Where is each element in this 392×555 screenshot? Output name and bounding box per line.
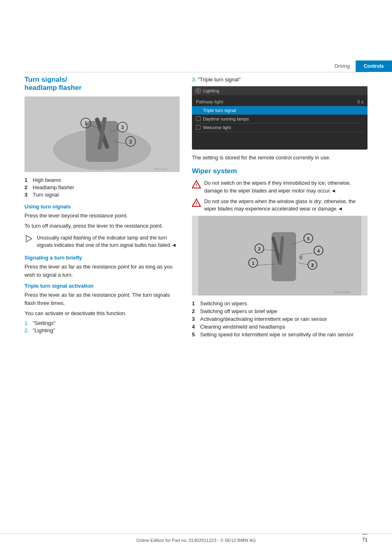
- screen-icon: [195, 88, 201, 94]
- item-num: 3: [192, 316, 198, 322]
- pathway-value: 0 s: [357, 99, 363, 104]
- wiper-warning1-box: ! Do not switch on the wipers if they im…: [192, 179, 368, 194]
- item-label: High beams: [33, 177, 61, 183]
- wiper-list-item: 2 Switching off wipers or brief wipe: [192, 308, 368, 314]
- svg-text:!: !: [196, 201, 197, 206]
- right-column: 3. "Triple turn signal" Lighting: [192, 76, 368, 522]
- step3-label: "Triple turn signal": [198, 76, 241, 83]
- daytime-running-row: Daytime running lamps: [196, 115, 363, 123]
- svg-text:|||: |||: [299, 255, 303, 260]
- svg-text:!: !: [196, 183, 197, 188]
- welcome-light-row: Welcome light: [196, 123, 363, 132]
- wiper-title: Wiper system: [192, 167, 368, 175]
- item-label: Switching on wipers: [200, 300, 247, 307]
- svg-point-16: [197, 90, 199, 92]
- svg-marker-15: [26, 235, 32, 242]
- controls-text: Controls: [364, 63, 384, 69]
- turn-signals-title: Turn signals/ headlamp flasher: [24, 76, 180, 92]
- svg-text:5: 5: [307, 236, 310, 241]
- signaling-briefly-para: Press the lever as far as the resistance…: [24, 263, 180, 279]
- step-label: "Settings": [33, 320, 56, 326]
- using-para2: To turn off manually, press the lever to…: [24, 222, 180, 230]
- signaling-briefly-title: Signaling a turn briefly: [24, 255, 180, 261]
- item-num: 5: [192, 331, 198, 338]
- list-item: 2 Headlamp flasher: [24, 184, 180, 190]
- footer-text: Online Edition for Part no. 01402911223 …: [136, 538, 256, 543]
- svg-text:P90xG33891: P90xG33891: [334, 291, 351, 294]
- title-line1: Turn signals/: [24, 76, 67, 83]
- wiper-warning1-text: Do not switch on the wipers if they immo…: [204, 179, 368, 194]
- item-label: Switching off wipers or brief wipe: [200, 308, 277, 314]
- using-turn-signals-title: Using turn signals: [24, 204, 180, 210]
- step-label: "Lighting": [33, 327, 55, 333]
- turn-signal-note-box: Unusually rapid flashing of the indicato…: [24, 233, 180, 251]
- item-num: 2: [24, 184, 30, 190]
- item-num: 3: [24, 192, 30, 198]
- item-label: Setting speed for intermittent wipe or s…: [200, 331, 354, 338]
- screen-title: Lighting: [203, 88, 219, 93]
- screen-header: Lighting: [192, 86, 368, 95]
- wiper-list-item: 5 Setting speed for intermittent wipe or…: [192, 331, 368, 338]
- svg-text:2: 2: [258, 246, 261, 251]
- title-line2: headlamp flasher: [24, 84, 82, 92]
- list-item: 2. "Lighting": [24, 327, 180, 333]
- list-item: 3 Turn signal: [24, 192, 180, 198]
- item-label: Cleaning windshield and headlamps: [200, 324, 285, 330]
- header-rule: [24, 72, 368, 72]
- triple-signal-label: Triple turn signal: [203, 108, 236, 113]
- item-label: Turn signal: [33, 192, 59, 198]
- wiper-warning2-box: ! Do not use the wipers when the window …: [192, 198, 368, 213]
- svg-text:2: 2: [129, 139, 132, 145]
- svg-text:4: 4: [317, 248, 320, 253]
- item-num: 2: [192, 308, 198, 314]
- screen-note: The setting is stored for the remote con…: [192, 154, 368, 162]
- welcome-light-label: Welcome light: [203, 125, 231, 130]
- main-content: Turn signals/ headlamp flasher 3 2 1: [24, 76, 368, 522]
- item-num: 1: [24, 177, 30, 183]
- svg-text:1: 1: [252, 261, 254, 266]
- play-icon: [24, 234, 33, 243]
- step-num: 1.: [24, 320, 31, 326]
- page-number: 71: [362, 534, 368, 543]
- triple-para1: Press the lever as far as the resistance…: [24, 291, 180, 307]
- step-num: 2.: [24, 327, 31, 333]
- header-controls-label: Controls: [356, 60, 392, 72]
- header-driving-label: Driving: [329, 60, 355, 72]
- list-item: 1. "Settings": [24, 320, 180, 326]
- lighting-screen: Lighting Pathway light: 0 s Triple turn …: [192, 86, 368, 150]
- driving-text: Driving: [334, 63, 350, 69]
- wiper-list-item: 3 Activating/deactivating intermittent w…: [192, 316, 368, 322]
- car-lever-image: 3 2 1 P96xG301: [24, 96, 180, 172]
- triple-signal-row: Triple turn signal: [192, 106, 368, 115]
- triple-para2: You can activate or deactivate this func…: [24, 309, 180, 318]
- pathway-label: Pathway light:: [196, 99, 224, 104]
- daytime-running-label: Daytime running lamps: [203, 116, 249, 121]
- item-num: 4: [192, 324, 198, 330]
- left-column: Turn signals/ headlamp flasher 3 2 1: [24, 76, 180, 522]
- svg-text:3: 3: [121, 125, 124, 130]
- svg-text:1: 1: [85, 121, 87, 126]
- item-label: Headlamp flasher: [33, 184, 74, 190]
- lever-numbered-list: 1 High beams 2 Headlamp flasher 3 Turn s…: [24, 177, 180, 198]
- using-para1: Press the lever beyond the resistance po…: [24, 212, 180, 220]
- welcome-light-checkbox: [196, 125, 200, 130]
- wiper-list-item: 4 Cleaning windshield and headlamps: [192, 324, 368, 330]
- item-label: Activating/deactivating intermittent wip…: [200, 316, 327, 322]
- step3-text: 3. "Triple turn signal": [192, 76, 368, 84]
- list-item: 1 High beams: [24, 177, 180, 183]
- warning-icon-2: !: [192, 198, 201, 207]
- triple-signal-checkbox: [196, 108, 200, 112]
- header-bar: Driving Controls: [0, 60, 392, 72]
- footer: Online Edition for Part no. 01402911223 …: [0, 533, 392, 543]
- wiper-image: 5 4 3 3 ||| 2 1 P90xG33891: [192, 216, 368, 295]
- screen-body: Pathway light: 0 s Triple turn signal Da…: [192, 95, 368, 134]
- wiper-list-item: 1 Switching on wipers: [192, 300, 368, 307]
- triple-activation-title: Triple turn signal activation: [24, 283, 180, 289]
- daytime-running-checkbox: [196, 116, 200, 121]
- warning-icon-1: !: [192, 180, 201, 189]
- turn-signal-note-text: Unusually rapid flashing of the indicato…: [37, 234, 180, 249]
- svg-text:3: 3: [311, 263, 314, 268]
- triple-steps-list: 1. "Settings" 2. "Lighting": [24, 320, 180, 333]
- wiper-warning2-text: Do not use the wipers when the window gl…: [204, 198, 368, 213]
- item-num: 1: [192, 300, 198, 307]
